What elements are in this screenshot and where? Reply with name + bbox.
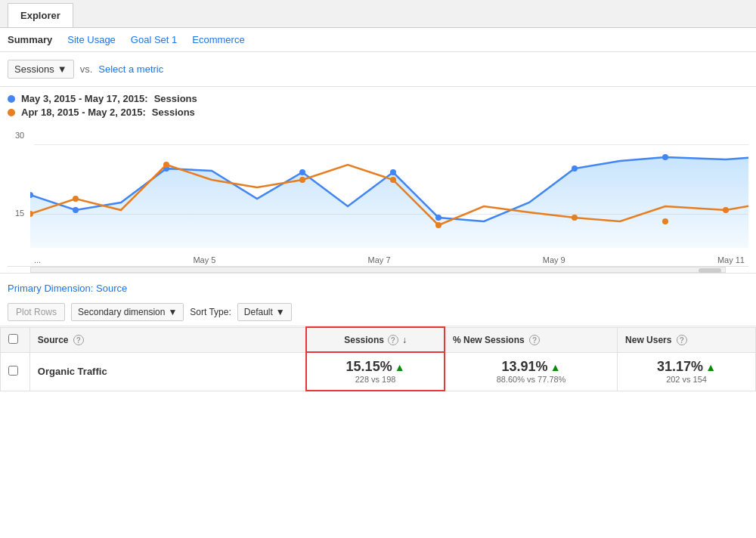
scroll-thumb (699, 268, 721, 273)
source-help-icon[interactable]: ? (73, 335, 84, 345)
svg-point-10 (73, 196, 79, 202)
row-new-sessions-cell: 13.91% ▲ 88.60% vs 77.78% (445, 352, 618, 391)
th-source: Source ? (29, 327, 306, 352)
sessions-sort-arrow-icon[interactable]: ↓ (402, 335, 407, 345)
chart-scrollbar[interactable] (30, 267, 726, 273)
primary-dimension-value[interactable]: Source (96, 283, 127, 294)
sort-type-arrow-icon: ▼ (276, 307, 285, 317)
secondary-dimension-arrow-icon: ▼ (168, 307, 177, 317)
row-source-value[interactable]: Organic Traffic (38, 366, 107, 377)
vs-label: vs. (80, 63, 93, 75)
tab-ecommerce[interactable]: Ecommerce (192, 34, 244, 45)
th-sessions: Sessions ? ↓ (306, 327, 445, 352)
metric-selector-row: Sessions ▼ vs. Select a metric (0, 52, 756, 87)
chart-svg (30, 123, 748, 263)
svg-point-6 (435, 215, 442, 221)
sort-type-value: Default (244, 307, 273, 317)
th-source-label: Source (38, 335, 69, 345)
svg-marker-0 (30, 157, 748, 248)
th-new-sessions-label: % New Sessions (453, 335, 525, 345)
sort-type-dropdown[interactable]: Default ▼ (237, 303, 292, 321)
primary-dimension-label: Primary Dimension: (8, 283, 93, 294)
plot-rows-button[interactable]: Plot Rows (8, 303, 65, 321)
th-new-sessions: % New Sessions ? (445, 327, 618, 352)
legend-dot-blue (8, 95, 15, 103)
th-new-users-label: New Users (625, 335, 671, 345)
legend-date1-metric: Sessions (154, 93, 197, 104)
legend-dot-orange (8, 109, 15, 116)
legend-date2-range: Apr 18, 2015 - May 2, 2015: (21, 107, 146, 118)
svg-point-12 (299, 177, 305, 183)
row-new-users-pct: 31.17% (657, 359, 703, 375)
new-users-up-arrow-icon: ▲ (705, 361, 716, 373)
dropdown-arrow-icon: ▼ (57, 63, 67, 75)
legend-date2-metric: Sessions (152, 107, 195, 118)
chart-container: 30 15 (8, 123, 748, 267)
tab-summary[interactable]: Summary (8, 34, 52, 45)
svg-point-4 (299, 169, 305, 175)
legend-row-1: May 3, 2015 - May 17, 2015: Sessions (8, 93, 748, 104)
primary-dimension-row: Primary Dimension: Source (0, 273, 756, 298)
row-sessions-compare: 228 vs 198 (314, 375, 436, 384)
svg-point-16 (662, 218, 668, 224)
tab-site-usage[interactable]: Site Usage (67, 34, 116, 45)
secondary-dimension-label: Secondary dimension (78, 307, 165, 317)
select-all-checkbox[interactable] (8, 334, 18, 344)
row-checkbox-cell (1, 352, 30, 391)
th-sessions-label: Sessions (344, 335, 384, 345)
x-label-4: May 11 (717, 255, 745, 264)
sort-type-label: Sort Type: (190, 307, 231, 317)
controls-row: Plot Rows Secondary dimension ▼ Sort Typ… (0, 298, 756, 326)
row-new-users-compare: 202 vs 154 (625, 375, 748, 384)
svg-point-11 (163, 162, 169, 168)
svg-point-5 (390, 169, 396, 175)
row-checkbox[interactable] (8, 366, 18, 376)
tab-goal-set-1[interactable]: Goal Set 1 (131, 34, 177, 45)
explorer-tab[interactable]: Explorer (8, 3, 73, 27)
row-sessions-pct: 15.15% (346, 359, 392, 375)
x-label-2: May 7 (368, 255, 391, 264)
table-row: Organic Traffic 15.15% ▲ 228 vs 198 13.9… (1, 352, 756, 391)
svg-point-7 (572, 165, 578, 172)
svg-point-15 (572, 215, 578, 221)
new-sessions-up-arrow-icon: ▲ (550, 361, 561, 373)
th-checkbox (1, 327, 30, 352)
explorer-tab-bar: Explorer (0, 0, 756, 28)
primary-metric-dropdown[interactable]: Sessions ▼ (8, 60, 74, 79)
row-new-sessions-pct: 13.91% (502, 359, 548, 375)
svg-point-8 (662, 154, 668, 160)
chart-legend: May 3, 2015 - May 17, 2015: Sessions Apr… (0, 87, 756, 123)
sub-nav: Summary Site Usage Goal Set 1 Ecommerce (0, 28, 756, 52)
y-axis-mid: 15 (15, 209, 24, 218)
svg-point-17 (723, 207, 729, 213)
x-label-1: May 5 (193, 255, 215, 264)
legend-date1-range: May 3, 2015 - May 17, 2015: (21, 93, 148, 104)
select-metric-link[interactable]: Select a metric (98, 63, 163, 75)
new-users-help-icon[interactable]: ? (677, 335, 687, 345)
x-label-3: May 9 (543, 255, 565, 264)
sessions-up-arrow-icon: ▲ (395, 361, 405, 373)
svg-point-13 (390, 177, 396, 183)
row-sessions-cell: 15.15% ▲ 228 vs 198 (306, 352, 445, 391)
row-new-users-cell: 31.17% ▲ 202 vs 154 (618, 352, 756, 391)
new-sessions-help-icon[interactable]: ? (529, 335, 540, 345)
primary-metric-label: Sessions (14, 63, 54, 75)
svg-point-2 (73, 207, 79, 213)
x-label-0: ... (34, 255, 41, 264)
table-header-row: Source ? Sessions ? ↓ % New Sessions ? N… (1, 327, 756, 352)
row-source-cell: Organic Traffic (29, 352, 306, 391)
secondary-dimension-dropdown[interactable]: Secondary dimension ▼ (71, 303, 184, 321)
y-axis-max: 30 (15, 131, 24, 140)
svg-point-14 (435, 222, 442, 228)
row-new-sessions-compare: 88.60% vs 77.78% (453, 375, 609, 384)
legend-row-2: Apr 18, 2015 - May 2, 2015: Sessions (8, 107, 748, 118)
sessions-help-icon[interactable]: ? (388, 335, 398, 345)
data-table: Source ? Sessions ? ↓ % New Sessions ? N… (0, 326, 756, 391)
th-new-users: New Users ? (618, 327, 756, 352)
